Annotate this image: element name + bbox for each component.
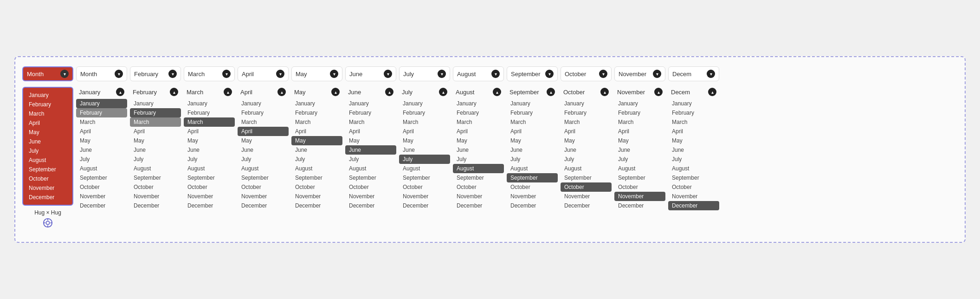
month-item-col12-august[interactable]: August [668,164,719,173]
month-item-col6-april[interactable]: April [345,127,396,136]
dropdown-col3[interactable]: March▾ [184,66,235,81]
month-item-col3-july[interactable]: July [184,155,235,164]
month-item-col6-june[interactable]: June [345,145,396,155]
month-item-col5-april[interactable]: April [291,127,342,136]
month-item-col2-march[interactable]: March [130,117,181,127]
month-item-col0-december[interactable]: December [25,193,71,202]
dropdown-col0[interactable]: Month▾ [22,66,73,81]
month-item-col4-november[interactable]: November [238,192,289,201]
month-item-col1-december[interactable]: December [76,201,127,210]
month-item-col1-november[interactable]: November [76,192,127,201]
month-item-col12-november[interactable]: November [668,192,719,201]
month-item-col10-june[interactable]: June [561,145,612,155]
month-item-col10-october[interactable]: October [561,182,612,192]
month-item-col1-march[interactable]: March [76,117,127,127]
chevron-up-icon-col5[interactable]: ▴ [331,88,340,96]
chevron-up-icon-col1[interactable]: ▴ [116,88,124,96]
month-item-col6-september[interactable]: September [345,173,396,182]
month-item-col7-december[interactable]: December [399,201,450,210]
month-item-col2-january[interactable]: January [130,99,181,108]
month-item-col6-october[interactable]: October [345,182,396,192]
month-item-col10-november[interactable]: November [561,192,612,201]
month-item-col8-september[interactable]: September [453,173,504,182]
month-item-col8-june[interactable]: June [453,145,504,155]
month-item-col0-november[interactable]: November [25,183,71,193]
month-item-col10-march[interactable]: March [561,117,612,127]
chevron-up-icon-col7[interactable]: ▴ [439,88,447,96]
month-item-col11-april[interactable]: April [614,127,665,136]
month-item-col10-august[interactable]: August [561,164,612,173]
month-item-col1-july[interactable]: July [76,155,127,164]
month-item-col10-september[interactable]: September [561,173,612,182]
month-item-col1-october[interactable]: October [76,182,127,192]
month-item-col7-may[interactable]: May [399,136,450,145]
month-item-col12-april[interactable]: April [668,127,719,136]
month-item-col8-march[interactable]: March [453,117,504,127]
month-item-col8-january[interactable]: January [453,99,504,108]
month-item-col4-june[interactable]: June [238,145,289,155]
month-item-col9-march[interactable]: March [507,117,558,127]
month-item-col3-may[interactable]: May [184,136,235,145]
month-item-col0-june[interactable]: June [25,137,71,146]
month-item-col1-may[interactable]: May [76,136,127,145]
month-item-col3-june[interactable]: June [184,145,235,155]
chevron-up-icon-col8[interactable]: ▴ [493,88,501,96]
month-item-col12-october[interactable]: October [668,182,719,192]
month-item-col9-january[interactable]: January [507,99,558,108]
month-item-col12-february[interactable]: February [668,108,719,117]
month-item-col11-june[interactable]: June [614,145,665,155]
month-item-col7-august[interactable]: August [399,164,450,173]
month-item-col9-july[interactable]: July [507,155,558,164]
month-item-col7-july[interactable]: July [399,155,450,164]
month-item-col10-april[interactable]: April [561,127,612,136]
month-item-col2-april[interactable]: April [130,127,181,136]
month-item-col6-december[interactable]: December [345,201,396,210]
month-item-col7-november[interactable]: November [399,192,450,201]
month-item-col12-may[interactable]: May [668,136,719,145]
month-item-col7-january[interactable]: January [399,99,450,108]
month-item-col2-june[interactable]: June [130,145,181,155]
month-item-col12-december[interactable]: December [668,201,719,210]
dropdown-col10[interactable]: October▾ [561,66,612,81]
month-item-col0-may[interactable]: May [25,128,71,137]
month-item-col0-august[interactable]: August [25,156,71,165]
month-item-col8-july[interactable]: July [453,155,504,164]
dropdown-col12[interactable]: Decem▾ [668,66,719,81]
month-item-col5-may[interactable]: May [291,136,342,145]
month-item-col4-december[interactable]: December [238,201,289,210]
month-item-col7-march[interactable]: March [399,117,450,127]
month-item-col6-november[interactable]: November [345,192,396,201]
month-item-col7-february[interactable]: February [399,108,450,117]
hug-icon[interactable] [43,218,53,228]
month-item-col11-october[interactable]: October [614,182,665,192]
month-item-col9-february[interactable]: February [507,108,558,117]
month-item-col1-june[interactable]: June [76,145,127,155]
chevron-up-icon-col4[interactable]: ▴ [277,88,286,96]
month-item-col9-august[interactable]: August [507,164,558,173]
month-item-col8-may[interactable]: May [453,136,504,145]
month-item-col4-september[interactable]: September [238,173,289,182]
month-item-col11-february[interactable]: February [614,108,665,117]
month-item-col1-august[interactable]: August [76,164,127,173]
month-item-col5-june[interactable]: June [291,145,342,155]
month-item-col2-february[interactable]: February [130,108,181,117]
month-item-col9-june[interactable]: June [507,145,558,155]
month-item-col0-october[interactable]: October [25,174,71,183]
month-item-col4-january[interactable]: January [238,99,289,108]
month-item-col9-december[interactable]: December [507,201,558,210]
month-item-col8-april[interactable]: April [453,127,504,136]
month-item-col5-january[interactable]: January [291,99,342,108]
month-item-col12-january[interactable]: January [668,99,719,108]
month-item-col2-september[interactable]: September [130,173,181,182]
dropdown-col9[interactable]: September▾ [507,66,558,81]
month-item-col0-april[interactable]: April [25,118,71,128]
month-item-col2-december[interactable]: December [130,201,181,210]
chevron-up-icon-col12[interactable]: ▴ [708,88,716,96]
month-item-col1-april[interactable]: April [76,127,127,136]
month-item-col12-june[interactable]: June [668,145,719,155]
month-item-col6-july[interactable]: July [345,155,396,164]
month-item-col7-september[interactable]: September [399,173,450,182]
month-item-col3-december[interactable]: December [184,201,235,210]
month-item-col12-september[interactable]: September [668,173,719,182]
month-item-col11-september[interactable]: September [614,173,665,182]
